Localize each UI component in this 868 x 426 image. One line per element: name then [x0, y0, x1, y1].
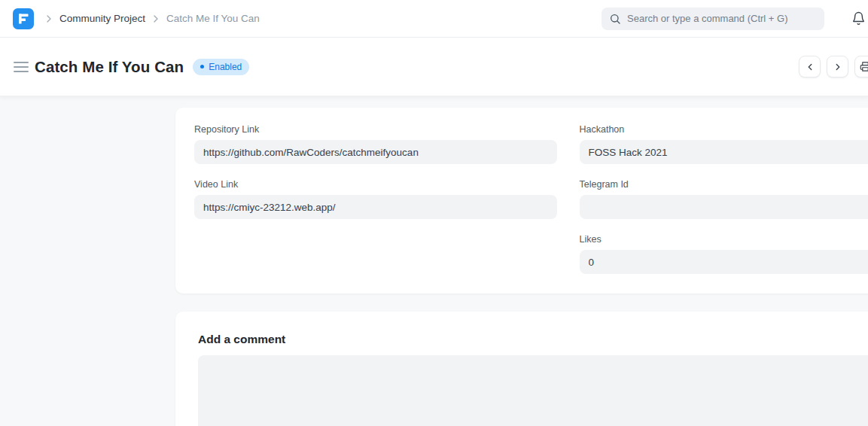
breadcrumb: Community Project Catch Me If You Can — [38, 13, 260, 25]
telegram-id-input[interactable] — [580, 195, 868, 219]
chevron-right-icon — [833, 62, 843, 72]
search-input[interactable] — [627, 13, 817, 24]
next-document-button[interactable] — [827, 56, 848, 78]
field-label: Hackathon — [580, 124, 868, 135]
previous-document-button[interactable] — [799, 56, 821, 78]
field-repository-link: Repository Link — [194, 124, 557, 164]
comment-section-heading: Add a comment — [198, 333, 868, 346]
breadcrumb-item-current: Catch Me If You Can — [166, 13, 260, 24]
field-video-link: Video Link — [194, 179, 557, 219]
comment-input[interactable] — [198, 355, 868, 426]
status-dot-icon — [200, 65, 204, 68]
likes-input[interactable] — [580, 250, 868, 274]
page-title: Catch Me If You Can — [35, 58, 184, 76]
chevron-right-icon — [43, 13, 55, 25]
menu-icon[interactable] — [14, 62, 29, 72]
printer-icon — [860, 61, 868, 72]
field-hackathon: Hackathon — [580, 124, 868, 164]
chevron-left-icon — [805, 62, 815, 72]
frappe-logo[interactable] — [13, 8, 34, 29]
field-likes: Likes — [580, 234, 868, 274]
top-navbar: Community Project Catch Me If You Can — [0, 0, 868, 38]
hackathon-input[interactable] — [580, 140, 868, 164]
form-column-right: Hackathon Telegram Id Likes — [580, 124, 868, 274]
comment-section-card: Add a comment — [175, 312, 868, 426]
form-column-left: Repository Link Video Link — [194, 124, 557, 274]
bell-icon — [851, 11, 866, 26]
field-telegram-id: Telegram Id — [580, 179, 868, 219]
status-badge: Enabled — [193, 59, 249, 75]
print-button[interactable] — [854, 56, 868, 78]
header-actions — [799, 56, 868, 78]
field-label: Repository Link — [194, 124, 557, 135]
field-label: Telegram Id — [580, 179, 868, 190]
search-icon — [609, 13, 621, 25]
form-section-card: Repository Link Video Link Hackathon Tel… — [175, 108, 868, 294]
notifications-bell[interactable] — [851, 11, 866, 26]
breadcrumb-item-community-project[interactable]: Community Project — [59, 13, 145, 24]
global-search[interactable] — [602, 8, 824, 30]
status-badge-label: Enabled — [209, 62, 242, 72]
form-grid: Repository Link Video Link Hackathon Tel… — [194, 124, 868, 274]
page-header: Catch Me If You Can Enabled — [0, 38, 868, 96]
chevron-right-icon — [150, 13, 162, 25]
video-link-input[interactable] — [194, 195, 557, 219]
field-label: Likes — [580, 234, 868, 245]
repository-link-input[interactable] — [194, 140, 557, 164]
page-body: Repository Link Video Link Hackathon Tel… — [0, 96, 868, 426]
app-window: Community Project Catch Me If You Can Ca… — [0, 0, 868, 426]
field-label: Video Link — [194, 179, 557, 190]
